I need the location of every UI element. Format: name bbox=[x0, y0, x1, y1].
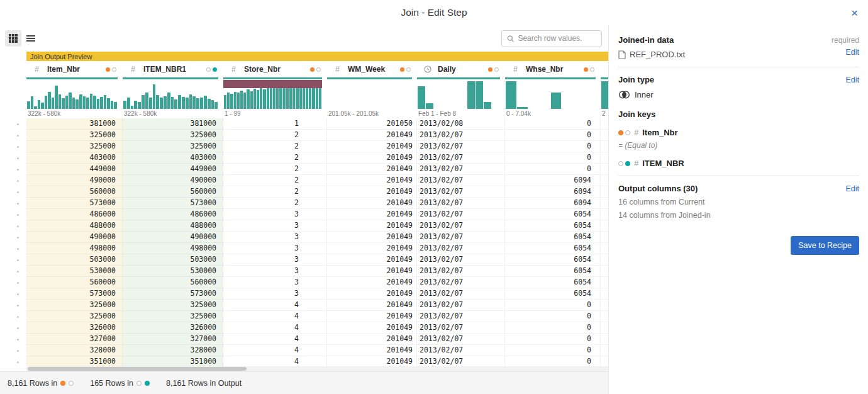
table-cell[interactable]: 2013/02/07 bbox=[417, 322, 505, 334]
table-cell[interactable]: 325000 bbox=[123, 130, 223, 141]
scrollbar-thumb[interactable] bbox=[28, 367, 247, 371]
table-cell[interactable]: 498000 bbox=[123, 243, 223, 254]
column-header-whse_nbr[interactable]: #Whse_Nbr bbox=[505, 61, 601, 77]
table-cell[interactable]: 3 bbox=[223, 232, 327, 243]
table-cell[interactable]: 6054 bbox=[505, 266, 601, 277]
table-cell[interactable]: 0 bbox=[505, 322, 601, 334]
table-cell[interactable]: 6094 bbox=[505, 186, 601, 198]
search-input[interactable] bbox=[518, 34, 596, 43]
table-cell[interactable]: 381000 bbox=[26, 118, 123, 130]
table-cell[interactable]: 4 bbox=[223, 300, 327, 311]
table-cell[interactable]: 325000 bbox=[26, 311, 123, 322]
table-cell[interactable]: 2013/02/07 bbox=[417, 300, 505, 311]
table-cell[interactable]: 4 bbox=[223, 311, 327, 322]
table-cell[interactable]: 2013/02/07 bbox=[417, 266, 505, 277]
edit-join-type-link[interactable]: Edit bbox=[845, 76, 859, 84]
table-cell[interactable] bbox=[601, 118, 608, 130]
table-cell[interactable]: 0 bbox=[505, 164, 601, 175]
table-cell[interactable]: 6094 bbox=[505, 175, 601, 186]
table-cell[interactable]: 490000 bbox=[123, 175, 223, 186]
table-cell[interactable]: 327000 bbox=[123, 334, 223, 345]
table-cell[interactable] bbox=[601, 356, 608, 366]
table-cell[interactable]: 4 bbox=[223, 356, 327, 366]
table-cell[interactable]: 2013/02/07 bbox=[417, 164, 505, 175]
table-cell[interactable]: 3 bbox=[223, 266, 327, 277]
table-cell[interactable]: 0 bbox=[505, 152, 601, 164]
table-cell[interactable]: 0 bbox=[505, 356, 601, 366]
table-cell[interactable]: 4 bbox=[223, 322, 327, 334]
table-cell[interactable] bbox=[601, 254, 608, 266]
table-cell[interactable]: 0 bbox=[505, 334, 601, 345]
table-cell[interactable]: 488000 bbox=[123, 220, 223, 232]
table-cell[interactable]: 325000 bbox=[123, 311, 223, 322]
table-cell[interactable]: 6054 bbox=[505, 277, 601, 288]
column-histogram[interactable] bbox=[327, 80, 412, 109]
table-cell[interactable]: 351000 bbox=[123, 356, 223, 366]
table-cell[interactable]: 2013/02/07 bbox=[417, 254, 505, 266]
table-cell[interactable]: 2 bbox=[223, 141, 327, 152]
table-cell[interactable]: 201050 bbox=[327, 118, 417, 130]
table-cell[interactable]: 6054 bbox=[505, 254, 601, 266]
table-cell[interactable]: 201049 bbox=[327, 141, 417, 152]
table-cell[interactable]: 1 bbox=[223, 118, 327, 130]
table-cell[interactable]: 2013/02/07 bbox=[417, 141, 505, 152]
table-cell[interactable]: 325000 bbox=[123, 300, 223, 311]
table-cell[interactable]: 2013/02/07 bbox=[417, 209, 505, 220]
table-cell[interactable] bbox=[601, 311, 608, 322]
table-cell[interactable]: 327000 bbox=[26, 334, 123, 345]
table-cell[interactable]: 3 bbox=[223, 243, 327, 254]
table-cell[interactable]: 486000 bbox=[26, 209, 123, 220]
table-cell[interactable]: 2013/02/07 bbox=[417, 311, 505, 322]
table-cell[interactable] bbox=[601, 334, 608, 345]
table-cell[interactable] bbox=[601, 345, 608, 356]
table-cell[interactable]: 3 bbox=[223, 209, 327, 220]
table-cell[interactable]: 201049 bbox=[327, 288, 417, 300]
table-cell[interactable]: 0 bbox=[505, 311, 601, 322]
table-cell[interactable]: 6054 bbox=[505, 243, 601, 254]
table-cell[interactable] bbox=[601, 232, 608, 243]
table-cell[interactable]: 403000 bbox=[26, 152, 123, 164]
table-cell[interactable]: 560000 bbox=[123, 277, 223, 288]
table-cell[interactable]: 573000 bbox=[26, 288, 123, 300]
table-cell[interactable]: 2 bbox=[223, 175, 327, 186]
table-cell[interactable]: 2 bbox=[223, 198, 327, 209]
horizontal-scrollbar[interactable] bbox=[26, 366, 608, 371]
table-cell[interactable]: 560000 bbox=[26, 277, 123, 288]
table-cell[interactable]: 490000 bbox=[123, 232, 223, 243]
table-cell[interactable]: 201049 bbox=[327, 311, 417, 322]
table-cell[interactable]: 201049 bbox=[327, 220, 417, 232]
table-cell[interactable]: 201049 bbox=[327, 164, 417, 175]
table-cell[interactable]: 573000 bbox=[123, 198, 223, 209]
column-header-store_nbr[interactable]: #Store_Nbr bbox=[223, 61, 327, 77]
table-cell[interactable]: 503000 bbox=[123, 254, 223, 266]
table-cell[interactable]: 381000 bbox=[123, 118, 223, 130]
table-cell[interactable]: 3 bbox=[223, 277, 327, 288]
table-cell[interactable]: 6094 bbox=[505, 198, 601, 209]
table-cell[interactable]: 530000 bbox=[123, 266, 223, 277]
column-header-item_nbr1[interactable]: #ITEM_NBR1 bbox=[123, 61, 223, 77]
table-cell[interactable]: 201049 bbox=[327, 345, 417, 356]
table-cell[interactable]: 0 bbox=[505, 118, 601, 130]
table-cell[interactable] bbox=[601, 300, 608, 311]
table-cell[interactable]: 498000 bbox=[26, 243, 123, 254]
table-cell[interactable]: 503000 bbox=[26, 254, 123, 266]
table-cell[interactable] bbox=[601, 130, 608, 141]
table-cell[interactable]: 486000 bbox=[123, 209, 223, 220]
table-cell[interactable]: 2013/02/07 bbox=[417, 277, 505, 288]
table-cell[interactable]: 0 bbox=[505, 300, 601, 311]
close-icon[interactable]: × bbox=[851, 7, 858, 19]
table-cell[interactable]: 2013/02/07 bbox=[417, 152, 505, 164]
column-histogram[interactable] bbox=[123, 80, 218, 109]
table-cell[interactable]: 201049 bbox=[327, 277, 417, 288]
table-cell[interactable]: 573000 bbox=[26, 198, 123, 209]
table-cell[interactable]: 201049 bbox=[327, 198, 417, 209]
table-cell[interactable]: 2013/02/08 bbox=[417, 118, 505, 130]
table-cell[interactable]: 325000 bbox=[123, 141, 223, 152]
table-cell[interactable]: 6054 bbox=[505, 232, 601, 243]
table-cell[interactable]: 560000 bbox=[123, 186, 223, 198]
table-cell[interactable] bbox=[601, 186, 608, 198]
table-cell[interactable]: 201049 bbox=[327, 322, 417, 334]
table-cell[interactable]: 201049 bbox=[327, 175, 417, 186]
table-cell[interactable]: 2 bbox=[223, 152, 327, 164]
edit-output-columns-link[interactable]: Edit bbox=[845, 184, 859, 193]
